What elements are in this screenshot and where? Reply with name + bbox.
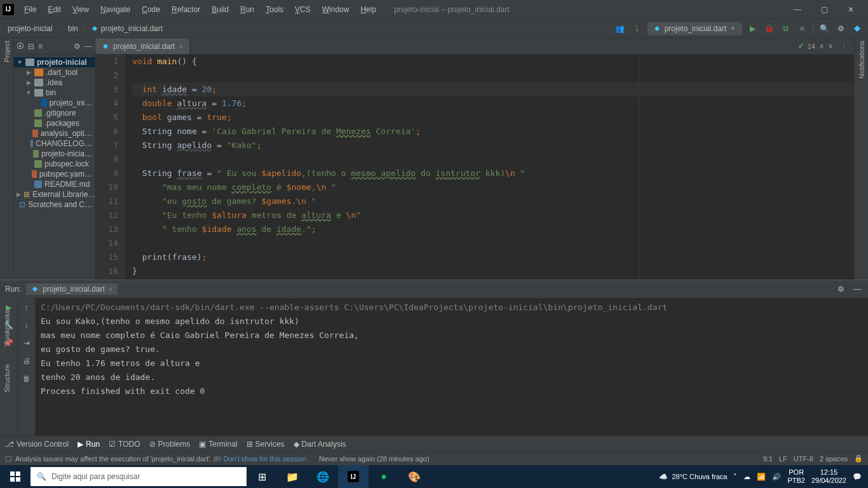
task-view-icon[interactable]: ⊞ bbox=[247, 465, 277, 488]
tree-item[interactable]: .packages bbox=[14, 118, 95, 128]
coverage-button[interactable]: ⧉ bbox=[780, 23, 791, 34]
start-button[interactable] bbox=[0, 465, 31, 488]
hide-icon[interactable]: — bbox=[851, 283, 863, 295]
tree-root[interactable]: ▼ projeto-inicial bbox=[14, 57, 95, 67]
intellij-icon[interactable]: IJ bbox=[338, 465, 369, 488]
clock[interactable]: 12:1529/04/2022 bbox=[811, 468, 846, 485]
external-libraries[interactable]: ▶⊞ External Librarie… bbox=[14, 189, 95, 200]
prev-highlight-icon[interactable]: ∧ bbox=[819, 42, 824, 50]
tree-item[interactable]: pubspec.yam… bbox=[14, 169, 95, 179]
next-highlight-icon[interactable]: ∨ bbox=[828, 42, 833, 50]
menu-file[interactable]: File bbox=[19, 3, 41, 17]
add-user-icon[interactable]: 👥 bbox=[614, 23, 626, 34]
select-opened-icon[interactable]: ⊟ bbox=[28, 42, 34, 51]
tree-item[interactable]: projeto_ini… bbox=[14, 98, 95, 108]
project-tree[interactable]: ▼ projeto-inicial ▶.dart_tool▶.idea▼binp… bbox=[14, 55, 95, 280]
devtools-icon[interactable] bbox=[851, 23, 863, 34]
breadcrumb[interactable]: bin bbox=[65, 23, 81, 34]
status-link[interactable]: // Don't show for this session bbox=[217, 455, 306, 463]
paint-icon[interactable]: 🎨 bbox=[399, 465, 430, 488]
notifications-icon[interactable]: 💬 bbox=[853, 473, 862, 481]
menu-vcs[interactable]: VCS bbox=[290, 3, 316, 17]
close-tab-icon[interactable]: × bbox=[179, 43, 182, 50]
menu-window[interactable]: Window bbox=[317, 3, 355, 17]
close-icon[interactable]: × bbox=[109, 285, 112, 293]
language-indicator[interactable]: PORPTB2 bbox=[787, 468, 805, 485]
up-icon[interactable]: ↑ bbox=[21, 302, 32, 313]
tree-item[interactable]: ▶.idea bbox=[14, 78, 95, 88]
taskbar-search[interactable]: 🔍 Digite aqui para pesquisar bbox=[31, 467, 247, 486]
project-view-icon[interactable]: ⦿ bbox=[17, 42, 24, 51]
project-tool-button[interactable]: Project bbox=[3, 41, 11, 62]
maximize-button[interactable]: ▢ bbox=[815, 3, 834, 16]
file-encoding[interactable]: UTF-8 bbox=[794, 455, 813, 463]
tool-problems[interactable]: ⊘Problems bbox=[149, 440, 191, 449]
close-button[interactable]: ✕ bbox=[841, 3, 860, 16]
gear-icon[interactable]: ⚙ bbox=[74, 42, 81, 51]
code-content[interactable]: void main() { int idade = 20; double alt… bbox=[126, 55, 854, 280]
spotify-icon[interactable]: ● bbox=[369, 465, 399, 488]
tree-item[interactable]: ▶.dart_tool bbox=[14, 67, 95, 78]
breadcrumb[interactable]: projeto-inicial bbox=[5, 23, 55, 34]
search-icon[interactable]: 🔍 bbox=[818, 23, 830, 34]
code-area[interactable]: 12345678910111213141516 void main() { in… bbox=[95, 55, 854, 280]
chrome-icon[interactable]: 🌐 bbox=[308, 465, 338, 488]
wrap-icon[interactable]: ⇥ bbox=[21, 337, 32, 349]
menu-build[interactable]: Build bbox=[207, 3, 234, 17]
menu-help[interactable]: Help bbox=[355, 3, 381, 17]
volume-icon[interactable]: 🔊 bbox=[772, 473, 781, 481]
line-ending[interactable]: LF bbox=[779, 455, 787, 463]
tree-item[interactable]: pubspec.lock bbox=[14, 159, 95, 169]
breadcrumb[interactable]: projeto_inicial.dart bbox=[98, 23, 165, 34]
tree-item[interactable]: CHANGELOG… bbox=[14, 139, 95, 149]
tool-services[interactable]: ⊞Services bbox=[247, 440, 285, 449]
onedrive-icon[interactable]: ☁ bbox=[743, 473, 750, 481]
tool-terminal[interactable]: ▣Terminal bbox=[199, 440, 237, 449]
notifications-tool-button[interactable]: Notifications bbox=[858, 41, 865, 79]
expand-all-icon[interactable]: ≡ bbox=[38, 42, 43, 51]
scratches[interactable]: ⊡ Scratches and C… bbox=[14, 200, 95, 210]
wifi-icon[interactable]: 📶 bbox=[757, 473, 766, 481]
tree-item[interactable]: .gitignore bbox=[14, 108, 95, 118]
menu-refactor[interactable]: Refactor bbox=[166, 3, 205, 17]
tree-item[interactable]: README.md bbox=[14, 179, 95, 189]
hide-icon[interactable]: — bbox=[85, 42, 92, 51]
menu-code[interactable]: Code bbox=[137, 3, 165, 17]
run-tab[interactable]: projeto_inicial.dart × bbox=[26, 283, 118, 295]
minimize-button[interactable]: — bbox=[788, 3, 807, 16]
tool-version-control[interactable]: ⎇Version Control bbox=[5, 440, 69, 449]
menu-tools[interactable]: Tools bbox=[261, 3, 288, 17]
structure-tool-button[interactable]: Structure bbox=[3, 364, 11, 393]
stop-button[interactable]: ■ bbox=[796, 23, 808, 34]
tray-chevron-icon[interactable]: ˄ bbox=[733, 473, 737, 481]
indent-setting[interactable]: 2 spaces bbox=[820, 455, 848, 463]
console-output[interactable]: C:/Users/PC/Documents/dart-sdk/bin/dart.… bbox=[36, 298, 868, 436]
lock-icon[interactable]: 🔒 bbox=[854, 454, 863, 463]
run-button[interactable]: ▶ bbox=[747, 23, 758, 34]
tree-item[interactable]: ▼bin bbox=[14, 88, 95, 98]
explorer-icon[interactable]: 📁 bbox=[277, 465, 308, 488]
more-icon[interactable]: ⋮ bbox=[841, 42, 848, 50]
tool-run[interactable]: ▶Run bbox=[78, 440, 100, 449]
run-config-selector[interactable]: projeto_inicial.dart ▼ bbox=[648, 22, 742, 35]
debug-button[interactable]: 🐞 bbox=[763, 23, 775, 34]
weather-widget[interactable]: ☁️ 28°C Chuva fraca bbox=[659, 473, 727, 481]
status-icon[interactable]: ▢ bbox=[5, 454, 11, 463]
settings-icon[interactable]: ⚙ bbox=[835, 23, 846, 34]
tool-todo[interactable]: ☑TODO bbox=[109, 440, 140, 449]
menu-navigate[interactable]: Navigate bbox=[95, 3, 135, 17]
trash-icon[interactable]: 🗑 bbox=[21, 373, 32, 384]
status-link[interactable]: Never show again (28 minutes ago) bbox=[319, 455, 430, 463]
build-icon[interactable]: ⤵ bbox=[631, 23, 642, 34]
down-icon[interactable]: ↓ bbox=[21, 320, 32, 331]
menu-view[interactable]: View bbox=[67, 3, 94, 17]
editor-tab[interactable]: projeto_inicial.dart × bbox=[95, 38, 190, 54]
menu-edit[interactable]: Edit bbox=[43, 3, 66, 17]
tree-item[interactable]: analysis_opti… bbox=[14, 128, 95, 139]
tool-dart-analysis[interactable]: ◆Dart Analysis bbox=[294, 440, 346, 449]
caret-position[interactable]: 9:1 bbox=[763, 455, 773, 463]
tree-item[interactable]: projeto-inicia… bbox=[14, 149, 95, 159]
menu-run[interactable]: Run bbox=[235, 3, 259, 17]
print-icon[interactable]: 🖨 bbox=[21, 355, 32, 367]
bookmarks-tool-button[interactable]: Bookmarks bbox=[3, 310, 11, 345]
